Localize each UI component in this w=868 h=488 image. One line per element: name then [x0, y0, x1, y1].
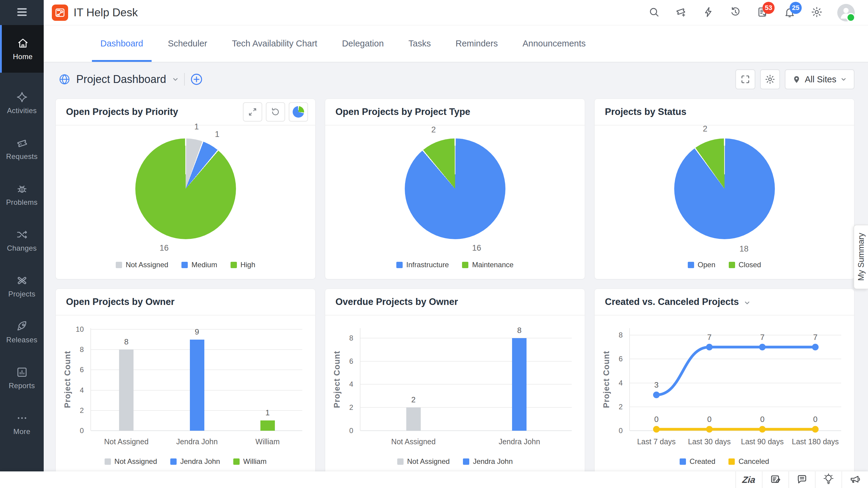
dashboard-content: Project Dashboard [44, 62, 868, 488]
legend-item-maintenance: Maintenance [462, 261, 513, 269]
card-open-projects-by-project-type: Open Projects by Project Type162Infrastr… [325, 98, 585, 279]
sidebar-item-requests[interactable]: Requests [0, 126, 44, 172]
sidebar-item-releases[interactable]: Releases [0, 309, 44, 355]
site-filter-dropdown[interactable]: All Sites [785, 69, 855, 89]
fullscreen-button[interactable] [735, 69, 755, 89]
topbar: IT Help Desk 5325 [44, 0, 868, 25]
notification-badge: 25 [789, 2, 802, 14]
legend-label: Jendra John [180, 457, 220, 466]
x-category-label: Last 180 days [782, 437, 848, 446]
sidebar-nav: HomeActivitiesRequestsProblemsChangesPro… [0, 25, 44, 447]
menu-toggle-button[interactable] [0, 0, 44, 25]
ticket-add-icon-button[interactable] [675, 6, 688, 19]
reports-icon [16, 366, 28, 378]
pie-chart-icon [293, 106, 304, 118]
globe-icon [58, 73, 71, 86]
task-list-icon-button[interactable]: 53 [756, 6, 769, 19]
legend-item-canceled: Canceled [728, 457, 769, 466]
x-category-label: Jendra John [164, 437, 230, 446]
zia-icon-button[interactable]: Zia [735, 471, 762, 488]
tab-delegation[interactable]: Delegation [334, 25, 393, 62]
card-header: Overdue Projects by Owner [325, 289, 585, 315]
legend-item-jendra-john: Jendra John [170, 457, 220, 466]
bulb-icon [823, 473, 834, 486]
search-icon [648, 6, 660, 19]
projects-icon [16, 274, 28, 287]
legend-item-william: William [233, 457, 267, 466]
dashboard-title: Project Dashboard [76, 73, 166, 86]
data-point [812, 344, 818, 350]
sidebar-item-label: Projects [8, 290, 36, 298]
tab-reminders[interactable]: Reminders [447, 25, 506, 62]
sidebar-item-home[interactable]: Home [0, 25, 44, 73]
sidebar-item-more[interactable]: More [0, 401, 44, 447]
chart-legend: CreatedCanceled [595, 457, 854, 466]
point-value-label: 0 [641, 415, 672, 424]
legend-label: Medium [191, 261, 217, 269]
user-avatar[interactable] [837, 4, 855, 21]
pie-chart [674, 138, 775, 239]
data-point [653, 392, 660, 398]
edit-doc-icon-button[interactable] [762, 471, 788, 488]
chart-area: Project Count02468108Not Assigned9Jendra… [56, 315, 315, 482]
pie-value-label: 1 [215, 130, 219, 139]
sidebar-item-label: Releases [6, 336, 37, 344]
bar-jendra-john [190, 340, 204, 431]
gear-icon-button[interactable] [810, 6, 824, 19]
bulb-icon-button[interactable] [815, 471, 841, 488]
refresh-widget-button[interactable] [266, 102, 285, 121]
y-axis-title: Project Count [63, 328, 72, 431]
dashboard-settings-button[interactable] [760, 69, 780, 89]
sidebar-item-activities[interactable]: Activities [0, 80, 44, 126]
point-value-label: 0 [747, 415, 777, 424]
bar-william [260, 421, 275, 431]
y-tick-label: 8 [334, 334, 353, 342]
bar-not-assigned [119, 350, 133, 431]
tab-announcements[interactable]: Announcements [514, 25, 594, 62]
chart-legend: Not AssignedJendra John [325, 457, 585, 466]
chat-icon-button[interactable] [788, 471, 815, 488]
card-title: Open Projects by Project Type [336, 107, 470, 117]
expand-widget-button[interactable] [243, 102, 262, 121]
tab-tech-availability-chart[interactable]: Tech Availability Chart [223, 25, 326, 62]
point-value-label: 0 [800, 415, 830, 424]
sidebar-item-changes[interactable]: Changes [0, 218, 44, 263]
more-icon [16, 412, 28, 424]
tab-tasks[interactable]: Tasks [400, 25, 439, 62]
legend-swatch [462, 262, 468, 268]
chart-area: 1116Not AssignedMediumHigh [56, 125, 315, 279]
history-icon-button[interactable] [729, 6, 742, 19]
search-icon-button[interactable] [647, 6, 661, 19]
sidebar-item-projects[interactable]: Projects [0, 263, 44, 309]
megaphone-icon-button[interactable] [841, 471, 868, 488]
legend-label: Maintenance [472, 261, 513, 269]
chevron-down-icon [172, 76, 179, 83]
widget-grid: Open Projects by Priority1116Not Assigne… [56, 98, 855, 482]
pie-value-label: 16 [159, 243, 168, 253]
dashboard-selector[interactable]: Project Dashboard [58, 66, 179, 93]
changes-icon [16, 228, 28, 241]
hamburger-icon [15, 5, 29, 20]
my-summary-tab[interactable]: My Summary [854, 225, 868, 289]
tab-dashboard[interactable]: Dashboard [92, 25, 152, 62]
card-overdue-projects-by-owner: Overdue Projects by OwnerProject Count02… [325, 289, 585, 482]
card-header: Created vs. Canceled Projects [595, 289, 854, 315]
sidebar-item-reports[interactable]: Reports [0, 355, 44, 401]
card-title: Projects by Status [605, 107, 686, 117]
add-dashboard-button[interactable] [190, 73, 204, 86]
sidebar-item-problems[interactable]: Problems [0, 172, 44, 218]
app-root: HomeActivitiesRequestsProblemsChangesPro… [0, 0, 868, 488]
chevron-down-icon[interactable] [743, 299, 751, 307]
chart-type-button[interactable] [289, 102, 308, 121]
sidebar-item-label: Changes [7, 244, 37, 253]
point-value-label: 3 [641, 380, 672, 390]
legend-label: William [243, 457, 267, 466]
legend-item-open: Open [688, 261, 715, 269]
legend-item-jendra-john: Jendra John [463, 457, 513, 466]
x-category-label: Jendra John [486, 437, 553, 446]
data-point [759, 426, 766, 432]
topbar-icons: 5325 [647, 4, 855, 21]
tab-scheduler[interactable]: Scheduler [159, 25, 216, 62]
bell-icon-button[interactable]: 25 [783, 6, 796, 19]
bolt-icon-button[interactable] [702, 6, 715, 19]
